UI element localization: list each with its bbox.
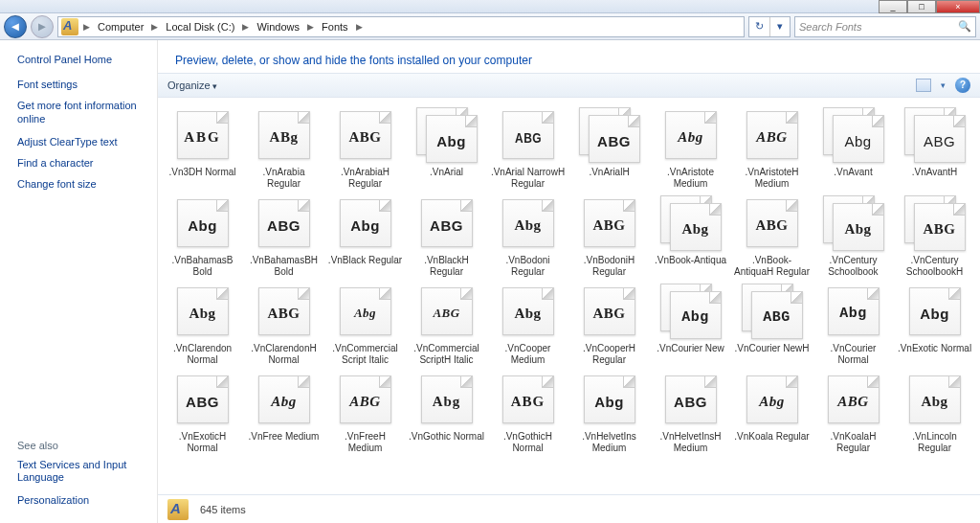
see-also-link[interactable]: Text Services and Input Language (17, 459, 147, 486)
font-item[interactable]: ABG.VnClarendonH Normal (243, 284, 324, 366)
font-item[interactable]: ABG.VnCooperH Regular (568, 284, 650, 366)
sidebar-link[interactable]: Font settings (17, 79, 147, 90)
font-thumbnail: ABG (660, 372, 722, 427)
close-button[interactable]: × (936, 0, 980, 13)
font-item[interactable]: ABg.VnArabia Regular (243, 107, 324, 190)
font-item[interactable]: Abg.VnBahamasB Bold (162, 195, 243, 278)
organize-menu[interactable]: Organize (167, 80, 217, 91)
font-name: .VnCourier NewH (731, 343, 813, 354)
breadcrumb-segment[interactable]: Computer (92, 17, 149, 36)
font-item[interactable]: Abg.VnFree Medium (243, 372, 324, 454)
breadcrumb-segment[interactable]: Local Disk (C:) (160, 17, 240, 36)
font-item[interactable]: Abg.VnAvant (813, 107, 894, 190)
font-item[interactable]: Abg.VnLincoln Regular (894, 372, 975, 454)
font-item[interactable]: ABG.VnCommercial ScriptH Italic (406, 284, 487, 366)
font-item[interactable]: ABG.VnFreeH Medium (324, 372, 406, 454)
font-name: .VnArabia Regular (243, 167, 324, 190)
font-item[interactable]: Abg.VnBook-Antiqua (650, 195, 731, 278)
view-options-button[interactable] (916, 79, 931, 92)
address-bar: ◄ ► ▶ Computer ▶ Local Disk (C:) ▶ Windo… (0, 13, 980, 40)
sidebar: Control Panel Home Font settingsGet more… (0, 40, 158, 523)
maximize-button[interactable]: □ (907, 0, 936, 13)
font-name: .VnAristoteH Medium (731, 167, 813, 190)
chevron-right-icon[interactable]: ▶ (354, 22, 365, 32)
see-also-link[interactable]: Personalization (17, 494, 147, 506)
font-item[interactable]: Abg.VnCooper Medium (487, 284, 568, 366)
font-name: .VnGothic Normal (406, 431, 487, 443)
font-thumbnail: Abg (904, 372, 966, 427)
sidebar-link[interactable]: Find a character (17, 157, 147, 169)
font-name: .VnCentury SchoolbookH (894, 255, 975, 278)
font-name: .VnExoticH Normal (162, 431, 243, 454)
sidebar-link[interactable]: Get more font information online (17, 100, 147, 126)
font-name: .VnKoalaH Regular (813, 431, 894, 454)
font-name: .VnLincoln Regular (894, 431, 975, 454)
font-item[interactable]: ABG.Vn3DH Normal (162, 107, 243, 190)
font-thumbnail: ABG (579, 107, 640, 163)
forward-button[interactable]: ► (31, 15, 54, 38)
font-item[interactable]: Abg.VnExotic Normal (894, 284, 975, 366)
font-item[interactable]: Abg.VnHelvetIns Medium (568, 372, 650, 454)
font-item[interactable]: ABG.VnBook-AntiquaH Regular (731, 195, 813, 278)
font-name: .VnBodoniH Regular (568, 255, 650, 278)
font-item[interactable]: ABG.VnGothicH Normal (487, 372, 568, 454)
font-item[interactable]: Abg.VnCommercial Script Italic (324, 284, 406, 366)
refresh-button[interactable]: ↻ (749, 17, 770, 36)
font-item[interactable]: Abg.VnCourier New (650, 284, 731, 366)
search-input[interactable]: Search Fonts 🔍 (794, 16, 976, 37)
minimize-button[interactable]: _ (879, 0, 907, 13)
chevron-right-icon[interactable]: ▶ (149, 22, 160, 32)
font-item[interactable]: Abg.VnCourier Normal (813, 284, 894, 366)
status-bar: 645 items (158, 494, 980, 523)
chevron-right-icon[interactable]: ▶ (81, 22, 92, 32)
font-name: .VnBahamasBH Bold (243, 255, 324, 278)
font-item[interactable]: Abg.VnGothic Normal (406, 372, 487, 454)
font-item[interactable]: ABG.VnHelvetInsH Medium (650, 372, 731, 454)
font-name: .VnCommercial Script Italic (324, 343, 406, 366)
view-dropdown-icon[interactable]: ▾ (941, 80, 946, 90)
font-item[interactable]: ABG.VnBahamasBH Bold (243, 195, 324, 278)
font-item[interactable]: ABG.VnAvantH (894, 107, 975, 190)
font-thumbnail: Abg (416, 372, 478, 427)
font-name: .VnArial (406, 167, 487, 178)
font-item[interactable]: Abg.VnBlack Regular (324, 195, 406, 278)
font-item[interactable]: ABG.VnBlackH Regular (406, 195, 487, 278)
font-item[interactable]: Abg.VnAristote Medium (650, 107, 731, 190)
font-name: .VnBlack Regular (324, 255, 406, 266)
font-item[interactable]: Abg.VnArial (406, 107, 487, 190)
breadcrumb-segment[interactable]: Fonts (316, 17, 354, 36)
font-item[interactable]: ABG.VnArialH (568, 107, 650, 190)
control-panel-home-link[interactable]: Control Panel Home (17, 54, 147, 65)
font-thumbnail: ABG (904, 195, 966, 251)
chevron-right-icon[interactable]: ▶ (305, 22, 316, 32)
font-item[interactable]: ABG.VnCourier NewH (731, 284, 813, 366)
sidebar-link[interactable]: Change font size (17, 178, 147, 190)
font-item[interactable]: Abg.VnCentury Schoolbook (813, 195, 894, 278)
help-button[interactable]: ? (955, 78, 970, 93)
font-item[interactable]: ABG.VnArial NarrowH Regular (487, 107, 568, 190)
chevron-right-icon[interactable]: ▶ (240, 22, 251, 32)
font-item[interactable]: ABG.VnExoticH Normal (162, 372, 243, 454)
font-item[interactable]: ABG.VnBodoniH Regular (568, 195, 650, 278)
font-name: .VnBahamasB Bold (162, 255, 243, 278)
font-item[interactable]: Abg.VnBodoni Regular (487, 195, 568, 278)
search-icon[interactable]: 🔍 (958, 20, 971, 33)
font-thumbnail: ABG (904, 107, 966, 163)
font-item[interactable]: ABG.VnCentury SchoolbookH (894, 195, 975, 278)
font-name: .VnAristote Medium (650, 167, 731, 190)
font-item[interactable]: Abg.VnKoala Regular (731, 372, 813, 454)
font-thumbnail: ABG (498, 372, 559, 427)
font-item[interactable]: Abg.VnClarendon Normal (162, 284, 243, 366)
font-name: .VnClarendon Normal (162, 343, 243, 366)
history-dropdown-button[interactable]: ▾ (770, 17, 791, 36)
font-thumbnail: Abg (498, 284, 559, 339)
breadcrumb[interactable]: ▶ Computer ▶ Local Disk (C:) ▶ Windows ▶… (57, 16, 745, 37)
sidebar-link[interactable]: Adjust ClearType text (17, 136, 147, 148)
font-name: .VnGothicH Normal (487, 431, 568, 454)
font-item[interactable]: ABG.VnKoalaH Regular (813, 372, 894, 454)
font-name: .VnCooper Medium (487, 343, 568, 366)
back-button[interactable]: ◄ (4, 15, 27, 38)
font-item[interactable]: ABG.VnArabiaH Regular (324, 107, 406, 190)
font-item[interactable]: ABG.VnAristoteH Medium (731, 107, 813, 190)
breadcrumb-segment[interactable]: Windows (251, 17, 305, 36)
